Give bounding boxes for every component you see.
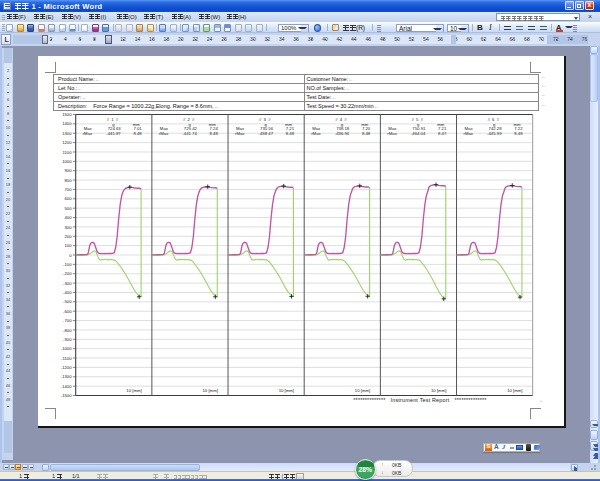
svg-text:-1000: -1000 — [61, 346, 72, 351]
svg-text:-100: -100 — [63, 261, 72, 266]
svg-text:700: 700 — [65, 187, 73, 192]
svg-text:1000: 1000 — [62, 158, 72, 163]
svg-text:-464.04: -464.04 — [411, 131, 426, 136]
svg-text:-500: -500 — [63, 299, 72, 304]
svg-text:8.48: 8.48 — [133, 131, 142, 136]
svg-text:-445.99: -445.99 — [487, 131, 502, 136]
svg-text:-1200: -1200 — [61, 365, 72, 370]
svg-text:-800: -800 — [63, 327, 72, 332]
svg-text:10 [mm]: 10 [mm] — [507, 387, 522, 392]
svg-text:400: 400 — [65, 215, 73, 220]
svg-text:rMax: rMax — [83, 131, 93, 136]
svg-text:300: 300 — [65, 224, 73, 229]
svg-text:-1300: -1300 — [61, 374, 72, 379]
svg-text:0: 0 — [69, 252, 72, 257]
svg-text:10 [mm]: 10 [mm] — [279, 387, 294, 392]
svg-text:-1400: -1400 — [61, 383, 72, 388]
svg-text:-438.47: -438.47 — [259, 131, 274, 136]
svg-text:-441.74: -441.74 — [182, 131, 197, 136]
svg-text:800: 800 — [65, 177, 73, 182]
svg-text:1500: 1500 — [62, 112, 72, 117]
svg-text:-436.96: -436.96 — [335, 131, 350, 136]
svg-text:8.48: 8.48 — [362, 131, 371, 136]
svg-text:-1100: -1100 — [61, 355, 72, 360]
svg-text:1400: 1400 — [62, 121, 72, 126]
svg-text:-600: -600 — [63, 308, 72, 313]
svg-text:-700: -700 — [63, 318, 72, 323]
svg-text:-441.87: -441.87 — [106, 131, 121, 136]
svg-text:rMax: rMax — [159, 131, 169, 136]
svg-text:-300: -300 — [63, 280, 72, 285]
svg-text:500: 500 — [65, 205, 73, 210]
svg-text:-1500: -1500 — [61, 393, 72, 398]
svg-text:10 [mm]: 10 [mm] — [203, 387, 218, 392]
svg-text:8.48: 8.48 — [210, 131, 219, 136]
svg-text:200: 200 — [65, 233, 73, 238]
svg-text:1200: 1200 — [62, 140, 72, 145]
svg-text:rMax: rMax — [311, 131, 321, 136]
svg-text:1100: 1100 — [62, 149, 72, 154]
svg-text:rMax: rMax — [235, 131, 245, 136]
svg-text:rMax: rMax — [464, 131, 474, 136]
svg-text:600: 600 — [65, 196, 73, 201]
svg-text:10 [mm]: 10 [mm] — [355, 387, 370, 392]
svg-text:-200: -200 — [63, 271, 72, 276]
svg-text:8.48: 8.48 — [514, 131, 523, 136]
svg-text:100: 100 — [65, 243, 73, 248]
svg-text:10 [mm]: 10 [mm] — [431, 387, 446, 392]
svg-text:1300: 1300 — [62, 130, 72, 135]
svg-text:rMax: rMax — [387, 131, 397, 136]
svg-text:900: 900 — [65, 168, 73, 173]
svg-text:8.48: 8.48 — [286, 131, 295, 136]
svg-text:-400: -400 — [63, 290, 72, 295]
svg-text:10 [mm]: 10 [mm] — [126, 387, 141, 392]
svg-text:-900: -900 — [63, 336, 72, 341]
svg-text:8.47: 8.47 — [438, 131, 447, 136]
